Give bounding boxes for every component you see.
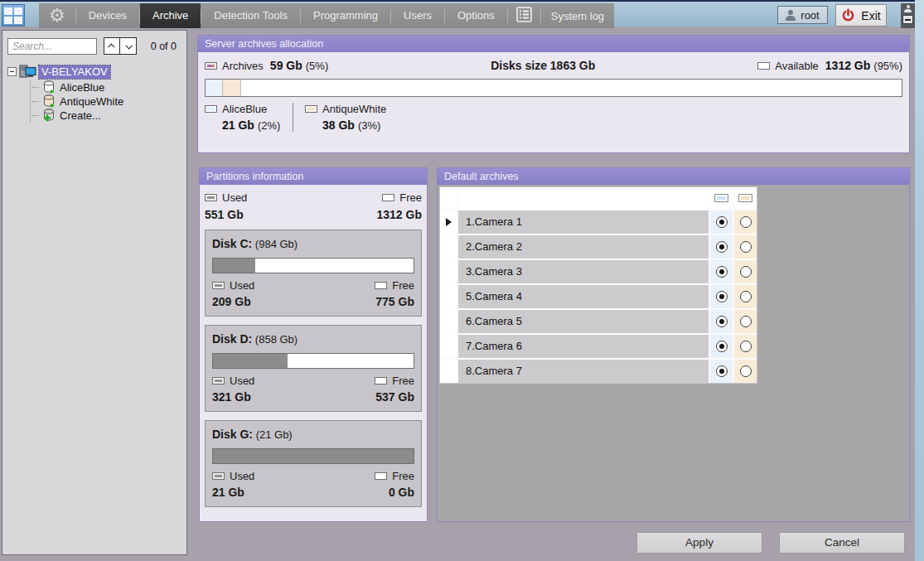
archive-radio-cell-antiquewhite[interactable] <box>734 235 757 259</box>
row-selector-cell[interactable] <box>440 260 457 283</box>
exit-button[interactable]: Exit <box>835 4 887 27</box>
camera-name-cell[interactable]: 2.Camera 2 <box>458 235 709 259</box>
radio-button-selected[interactable] <box>716 341 728 352</box>
search-input[interactable] <box>7 38 97 55</box>
archive-radio-cell-antiquewhite[interactable] <box>734 260 757 283</box>
used-color-swatch <box>212 377 225 384</box>
apply-button[interactable]: Apply <box>636 532 762 554</box>
current-user-badge[interactable]: root <box>777 6 828 24</box>
tab-archive[interactable]: Archive <box>140 3 201 28</box>
desktop-edge-strip <box>915 0 924 561</box>
settings-gear-icon[interactable]: ⚙ <box>39 3 75 28</box>
tree-item-aliceblue[interactable]: AliceBlue <box>32 80 181 94</box>
free-color-swatch <box>375 377 387 384</box>
radio-button[interactable] <box>740 365 752 377</box>
camera-name-cell[interactable]: 3.Camera 3 <box>458 260 709 283</box>
disk-labels-row: UsedFree <box>212 279 414 292</box>
tree-item-label: Create... <box>60 109 101 122</box>
camera-name-cell[interactable]: 7.Camera 6 <box>458 335 709 358</box>
user-mini-icon[interactable] <box>904 5 912 13</box>
tab-devices[interactable]: Devices <box>76 3 139 28</box>
radio-button[interactable] <box>740 291 752 302</box>
disk-values-row: 321 Gb537 Gb <box>212 390 414 404</box>
radio-button-selected[interactable] <box>716 316 728 327</box>
collapse-icon[interactable] <box>7 67 17 76</box>
camera-name-cell[interactable]: 8.Camera 7 <box>458 360 709 383</box>
radio-button-selected[interactable] <box>716 216 728 228</box>
disk-free-value: 537 Gb <box>375 390 414 404</box>
legend-value: 21 Gb <box>222 118 254 132</box>
radio-button[interactable] <box>740 216 752 228</box>
disk-free-value: 775 Gb <box>375 295 414 308</box>
free-color-swatch <box>375 282 387 289</box>
archive-column-swatch-antiquewhite <box>738 194 752 202</box>
disk-values-row: 209 Gb775 Gb <box>212 295 414 308</box>
used-color-swatch <box>212 282 225 289</box>
used-label: Used <box>230 375 254 387</box>
power-icon <box>841 8 855 22</box>
legend-divider <box>293 103 293 132</box>
camera-name-cell[interactable]: 5.Camera 4 <box>458 285 709 308</box>
archive-legend: AliceBlue21 Gb(2%)AntiqueWhite38 Gb(3%) <box>205 103 902 132</box>
row-selector-cell[interactable] <box>440 210 457 234</box>
archive-radio-cell-aliceblue[interactable] <box>710 210 733 234</box>
radio-button-selected[interactable] <box>716 291 728 302</box>
header-archive-column-aliceblue[interactable] <box>710 187 733 209</box>
archive-radio-cell-antiquewhite[interactable] <box>734 310 757 333</box>
minimize-icon[interactable] <box>902 15 913 24</box>
archive-radio-cell-antiquewhite[interactable] <box>734 335 757 358</box>
row-selector-cell[interactable] <box>440 310 457 333</box>
archive-radio-cell-aliceblue[interactable] <box>710 235 733 259</box>
app-grid-icon[interactable] <box>2 4 25 27</box>
tree-root-label[interactable]: V-BELYAKOV <box>39 65 110 79</box>
header-selector-cell <box>440 187 457 209</box>
object-tree-sidebar: 0 of 0 V-BELYAKOV AliceBlueAntiqueWhiteC… <box>2 30 187 555</box>
radio-button-selected[interactable] <box>716 266 728 278</box>
archive-radio-cell-antiquewhite[interactable] <box>734 210 757 234</box>
disk-name: Disk C: <box>212 237 252 250</box>
archive-radio-cell-aliceblue[interactable] <box>710 360 733 383</box>
disk-usage-fill <box>213 354 288 368</box>
radio-button[interactable] <box>740 341 752 352</box>
camera-name-cell[interactable]: 6.Camera 5 <box>458 310 709 333</box>
tab-users[interactable]: Users <box>391 3 444 28</box>
total-used-value: 551 Gb <box>205 208 244 221</box>
archive-radio-cell-antiquewhite[interactable] <box>734 360 757 383</box>
default-archives-panel: Default archives 1.Camera 12.Camera 23.C… <box>437 167 910 522</box>
radio-button[interactable] <box>740 241 752 253</box>
search-prev-button[interactable] <box>104 37 120 55</box>
radio-button-selected[interactable] <box>716 241 728 253</box>
archive-radio-cell-aliceblue[interactable] <box>710 285 733 308</box>
row-selector-cell[interactable] <box>440 360 457 383</box>
archives-label: Archives <box>222 60 264 72</box>
disk-usage-fill <box>213 449 414 463</box>
tree-item-create[interactable]: Create... <box>32 109 181 123</box>
camera-name-cell[interactable]: 1.Camera 1 <box>458 210 709 234</box>
tree-item-antiquewhite[interactable]: AntiqueWhite <box>32 94 181 109</box>
radio-button[interactable] <box>740 266 752 278</box>
radio-button-selected[interactable] <box>716 365 728 377</box>
disk-card-disk-c: Disk C: (984 Gb)UsedFree209 Gb775 Gb <box>205 230 422 317</box>
tab-programming[interactable]: Programming <box>301 3 390 28</box>
disk-usage-fill <box>213 259 255 273</box>
row-selector-cell[interactable] <box>440 235 457 259</box>
archive-radio-cell-aliceblue[interactable] <box>710 335 733 358</box>
system-log-section[interactable]: System log <box>508 3 614 28</box>
cancel-button[interactable]: Cancel <box>779 532 905 554</box>
free-label: Free <box>399 191 422 204</box>
search-next-button[interactable] <box>120 37 137 55</box>
archive-radio-cell-aliceblue[interactable] <box>710 260 733 283</box>
tab-detection-tools[interactable]: Detection Tools <box>201 3 300 28</box>
tab-options[interactable]: Options <box>445 3 507 28</box>
disk-allocation-bar <box>205 79 902 97</box>
radio-button[interactable] <box>740 316 752 327</box>
legend-swatch-aliceblue <box>205 105 217 113</box>
totals-labels-row: Used Free <box>205 191 422 204</box>
row-selector-cell[interactable] <box>440 285 457 308</box>
archive-radio-cell-antiquewhite[interactable] <box>734 285 757 308</box>
disk-labels-row: UsedFree <box>212 375 414 387</box>
row-selector-cell[interactable] <box>440 335 457 358</box>
header-archive-column-antiquewhite[interactable] <box>734 187 757 209</box>
tree-root-row[interactable]: V-BELYAKOV <box>7 65 181 79</box>
archive-radio-cell-aliceblue[interactable] <box>710 310 733 333</box>
